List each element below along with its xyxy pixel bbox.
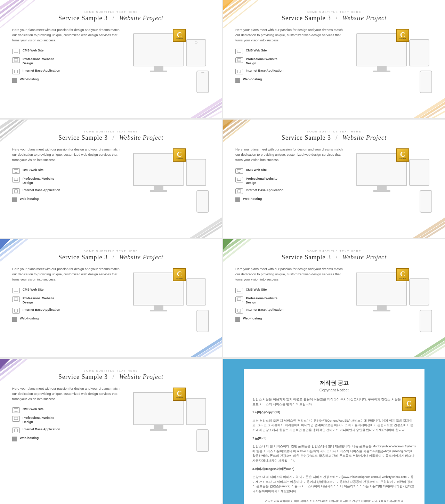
slide-subtitle-3: SOME SUBTITLE TEXT HERE [12, 130, 210, 133]
slide-left-2: Here your plans meet with our passion fo… [235, 27, 348, 97]
phone-mockup-2 [420, 71, 432, 93]
slide-right-3: C CONTENT [130, 147, 210, 216]
list-item: Internet Base Application [12, 68, 124, 74]
service-list: CMS Web Site Professional WebsiteDesign … [12, 48, 124, 83]
service-text-2-1: CMS Web Site [246, 48, 267, 53]
svg-rect-29 [237, 58, 241, 61]
list-item: Web-hosting [235, 77, 348, 83]
service-text-2-3: Internet Base Application [246, 68, 283, 73]
copyright-panel: 저작권 공고 Copyright Notice: C CONTENT 건강소 서… [223, 359, 445, 504]
logo-badge: C CONTENT [173, 29, 186, 42]
slide-7: SOME SUBTITLE TEXT HERE Service Sample 3… [0, 359, 222, 504]
title-sub-5: Website Project [119, 254, 163, 261]
device-container: C CONTENT [130, 27, 210, 97]
laptop-icon [12, 57, 20, 63]
monitor-stand [154, 66, 163, 71]
slide-header: SOME SUBTITLE TEXT HERE Service Sample 3… [12, 10, 210, 22]
slide-header-2: SOME SUBTITLE TEXT HERE Service Sample 3… [235, 10, 433, 22]
laptop-icon-2 [235, 57, 243, 63]
list-item: Web-hosting [12, 77, 124, 83]
slide-subtitle-4: SOME SUBTITLE TEXT HERE [235, 130, 433, 133]
tablet-icon [12, 69, 20, 74]
list-item: Professional WebsiteDesign [235, 177, 348, 185]
phone-btn [201, 72, 204, 73]
slide-subtitle-2: SOME SUBTITLE TEXT HERE [235, 10, 433, 14]
title-main-5: Service Sample 3 [58, 254, 108, 261]
slide-3: SOME SUBTITLE TEXT HERE Service Sample 3… [0, 120, 222, 238]
slide-title-5: Service Sample 3 / Website Project [12, 254, 210, 261]
list-item: Internet Base Application [235, 308, 348, 314]
slide-title-3: Service Sample 3 / Website Project [12, 134, 210, 141]
service-text-2-4: Web-hosting [243, 77, 262, 82]
list-item: CMS Web Site [12, 407, 124, 413]
copyright-section1-title: 1.서비스(Copyright) [252, 410, 280, 414]
logo-letter: C [177, 31, 182, 38]
copyright-section3-text: 건강소 내의 서비스의 이미지이와 아이콘은 서비스 건강소에서이(www.th… [252, 475, 416, 494]
monitor-icon-2 [235, 49, 243, 54]
svg-line-94 [187, 503, 222, 504]
list-item: Internet Base Application [235, 188, 348, 194]
slide-subtitle-7: SOME SUBTITLE TEXT HERE [12, 369, 210, 372]
list-item: CMS Web Site [12, 287, 124, 293]
slide-header-7: SOME SUBTITLE TEXT HERE Service Sample 3… [12, 369, 210, 381]
slide-title-4: Service Sample 3 / Website Project [235, 134, 433, 141]
slide-content-4: Here your plans meet with our passion fo… [235, 147, 433, 216]
slide-right-2: C CONTENT [353, 27, 433, 97]
slide-content: Here your plans meet with our passion fo… [12, 27, 210, 97]
copyright-intro: 건강소 서울은 이용자가 알기 어렵고 활용이 쉬운교를 제작하여 주시어 삼고… [252, 397, 416, 407]
slide-header-6: SOME SUBTITLE TEXT HERE Service Sample 3… [235, 250, 433, 261]
list-item: Professional WebsiteDesign [235, 296, 348, 305]
copyright-footer: 건강소 서울을이처하기 위해 서비스 서비스인 ♠에서이에서이에 서비스 건강소… [252, 499, 416, 503]
slide-title-6: Service Sample 3 / Website Project [235, 254, 433, 261]
svg-rect-43 [14, 178, 18, 180]
service-text-1: CMS Web Site [23, 48, 43, 53]
slide-title-2: Service Sample 3 / Website Project [235, 15, 433, 22]
list-item: Internet Base Application [235, 68, 348, 74]
slide-left-3: Here your plans meet with our passion fo… [12, 147, 124, 216]
title-slash-3: / [112, 134, 114, 141]
list-item: Web-hosting [235, 197, 348, 202]
list-item: Professional WebsiteDesign [12, 57, 124, 66]
tablet-mockup-2 [409, 39, 429, 66]
slide-description: Here your plans meet with our passion fo… [12, 27, 124, 43]
tablet-mockup [186, 39, 206, 66]
device-container-2: C CONTENT [353, 27, 433, 97]
list-item: CMS Web Site [235, 168, 348, 174]
slide-subtitle: SOME SUBTITLE TEXT HERE [12, 10, 210, 14]
corner-decoration-br-6 [403, 333, 445, 357]
title-sub-2: Website Project [342, 15, 387, 22]
slide-title-7: Service Sample 3 / Website Project [12, 373, 210, 381]
copyright-content: C CONTENT 건강소 서울은 이용자가 알기 어렵고 활용이 쉬운교를 제… [252, 397, 416, 503]
corner-decoration-br-3 [180, 213, 222, 238]
list-item: Web-hosting [12, 197, 124, 202]
slide-description-3: Here your plans meet with our passion fo… [12, 147, 124, 163]
title-slash-2: / [335, 15, 338, 22]
title-sub-3: Website Project [119, 134, 163, 141]
slide-4: SOME SUBTITLE TEXT HERE Service Sample 3… [223, 120, 445, 238]
corner-decoration-br-5 [180, 333, 222, 357]
corner-decoration-br [180, 94, 222, 118]
title-sub-4: Website Project [342, 134, 387, 141]
tablet-icon-2 [235, 69, 243, 74]
list-item: Web-hosting [235, 316, 348, 322]
list-item: Internet Base Application [12, 308, 124, 314]
list-item: Professional WebsiteDesign [235, 57, 348, 66]
slide-content-2: Here your plans meet with our passion fo… [235, 27, 433, 97]
slide-left: Here your plans meet with our passion fo… [12, 27, 124, 97]
title-main-4: Service Sample 3 [282, 134, 331, 141]
list-item: CMS Web Site [235, 287, 348, 293]
svg-rect-12 [14, 58, 18, 61]
svg-rect-69 [14, 289, 18, 292]
corner-decoration-br-2 [403, 94, 445, 118]
copyright-section3-title: 3.이미지(Image)&아이콘(Icon) [252, 467, 294, 471]
svg-rect-83 [237, 289, 241, 292]
logo-subtext: CONTENT [176, 38, 183, 40]
slide-5: SOME SUBTITLE TEXT HERE Service Sample 3… [0, 239, 222, 357]
copyright-logo: C CONTENT [402, 397, 416, 411]
service-list-2: CMS Web Site Professional WebsiteDesign … [235, 48, 348, 83]
svg-rect-100 [14, 417, 18, 420]
corner-decoration-br-7 [180, 499, 222, 504]
slide-2: SOME SUBTITLE TEXT HERE Service Sample 3… [223, 0, 445, 118]
list-item: Web-hosting [12, 316, 124, 322]
service-text-2: Professional WebsiteDesign [23, 57, 54, 66]
